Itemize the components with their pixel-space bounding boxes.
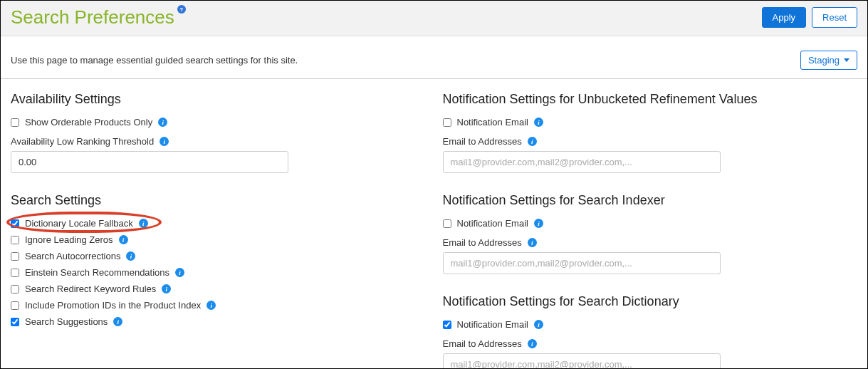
info-icon[interactable] [528, 137, 537, 146]
show-orderable-products-row[interactable]: Show Orderable Products Only [11, 114, 426, 130]
unbucketed-email-to-label-row: Email to Addresses [443, 136, 858, 147]
subheader: Use this page to manage essential guided… [1, 36, 867, 79]
availability-settings-section: Availability Settings Show Orderable Pro… [11, 92, 426, 173]
info-icon[interactable] [528, 339, 537, 348]
dictionary-email-input[interactable] [443, 353, 721, 369]
search-setting-checkbox[interactable] [11, 301, 19, 310]
unbucketed-email-to-label: Email to Addresses [443, 136, 522, 147]
indexer-email-input[interactable] [443, 252, 721, 274]
search-setting-row[interactable]: Include Promotion IDs in the Product Ind… [11, 297, 426, 313]
info-icon[interactable] [534, 219, 543, 228]
info-icon[interactable] [158, 118, 167, 127]
info-icon[interactable] [119, 235, 128, 244]
info-icon[interactable] [534, 118, 543, 127]
search-setting-checkbox[interactable] [11, 219, 19, 228]
info-icon[interactable] [206, 301, 216, 310]
dictionary-notification-email-label: Notification Email [457, 319, 528, 330]
chevron-down-icon [844, 58, 849, 62]
search-setting-label: Search Autocorrections [25, 251, 120, 261]
page-header: Search Preferences Apply Reset [1, 1, 867, 36]
environment-dropdown[interactable]: Staging [800, 51, 857, 70]
header-buttons: Apply Reset [762, 7, 858, 28]
show-orderable-products-label: Show Orderable Products Only [25, 117, 152, 128]
search-setting-row[interactable]: Ignore Leading Zeros [11, 232, 426, 248]
info-icon[interactable] [528, 238, 537, 247]
info-icon[interactable] [113, 317, 122, 326]
search-setting-row[interactable]: Search Autocorrections [11, 248, 426, 264]
low-ranking-threshold-label-row: Availability Low Ranking Threshold [11, 136, 426, 147]
search-settings-heading: Search Settings [11, 193, 426, 208]
search-setting-row[interactable]: Einstein Search Recommendations [11, 264, 426, 281]
info-icon[interactable] [139, 219, 148, 228]
low-ranking-threshold-input[interactable] [11, 151, 288, 173]
unbucketed-notification-section: Notification Settings for Unbucketed Ref… [443, 92, 858, 173]
search-setting-label: Search Suggestions [25, 316, 108, 327]
page-description: Use this page to manage essential guided… [11, 55, 298, 66]
indexer-notification-section: Notification Settings for Search Indexer… [443, 193, 858, 274]
reset-button[interactable]: Reset [812, 7, 857, 28]
dictionary-email-to-label: Email to Addresses [443, 338, 522, 349]
search-settings-section: Search Settings Dictionary Locale Fallba… [11, 193, 426, 330]
unbucketed-heading: Notification Settings for Unbucketed Ref… [443, 92, 858, 107]
page-title-text: Search Preferences [11, 6, 174, 28]
indexer-notification-email-row[interactable]: Notification Email [443, 215, 858, 232]
dictionary-notification-section: Notification Settings for Search Diction… [443, 294, 858, 369]
availability-heading: Availability Settings [11, 92, 426, 107]
info-icon[interactable] [162, 284, 171, 293]
info-icon[interactable] [160, 137, 169, 146]
info-icon[interactable] [126, 251, 135, 261]
search-settings-list: Dictionary Locale FallbackIgnore Leading… [11, 215, 426, 330]
unbucketed-notification-email-checkbox[interactable] [443, 118, 451, 127]
dictionary-notification-email-row[interactable]: Notification Email [443, 316, 858, 333]
dictionary-email-to-label-row: Email to Addresses [443, 338, 858, 349]
indexer-notification-email-label: Notification Email [457, 218, 528, 229]
search-setting-row[interactable]: Search Redirect Keyword Rules [11, 281, 426, 297]
indexer-email-to-label-row: Email to Addresses [443, 237, 858, 248]
unbucketed-notification-email-label: Notification Email [457, 117, 528, 128]
search-setting-label: Dictionary Locale Fallback [25, 218, 133, 229]
unbucketed-notification-email-row[interactable]: Notification Email [443, 114, 858, 130]
left-column: Availability Settings Show Orderable Pro… [11, 92, 426, 369]
dictionary-heading: Notification Settings for Search Diction… [443, 294, 858, 309]
info-icon[interactable] [175, 268, 184, 277]
search-setting-label: Include Promotion IDs in the Product Ind… [25, 300, 201, 311]
search-setting-label: Einstein Search Recommendations [25, 267, 169, 278]
indexer-heading: Notification Settings for Search Indexer [443, 193, 858, 208]
search-setting-checkbox[interactable] [11, 318, 19, 326]
unbucketed-email-input[interactable] [443, 151, 721, 173]
search-setting-row[interactable]: Search Suggestions [11, 313, 426, 330]
search-setting-row[interactable]: Dictionary Locale Fallback [11, 215, 426, 232]
environment-dropdown-label: Staging [808, 55, 840, 66]
search-setting-label: Search Redirect Keyword Rules [25, 284, 156, 294]
search-setting-checkbox[interactable] [11, 236, 19, 244]
help-icon[interactable] [177, 5, 186, 14]
content: Availability Settings Show Orderable Pro… [1, 79, 867, 369]
apply-button[interactable]: Apply [762, 7, 807, 28]
page-title: Search Preferences [11, 6, 186, 28]
search-setting-checkbox[interactable] [11, 252, 19, 261]
low-ranking-threshold-label: Availability Low Ranking Threshold [11, 136, 154, 147]
right-column: Notification Settings for Unbucketed Ref… [443, 92, 858, 369]
dictionary-notification-email-checkbox[interactable] [443, 321, 451, 329]
indexer-notification-email-checkbox[interactable] [443, 219, 451, 228]
search-setting-checkbox[interactable] [11, 285, 19, 293]
search-setting-label: Ignore Leading Zeros [25, 234, 113, 245]
info-icon[interactable] [534, 320, 543, 329]
search-setting-checkbox[interactable] [11, 269, 19, 277]
show-orderable-products-checkbox[interactable] [11, 118, 19, 127]
indexer-email-to-label: Email to Addresses [443, 237, 522, 248]
